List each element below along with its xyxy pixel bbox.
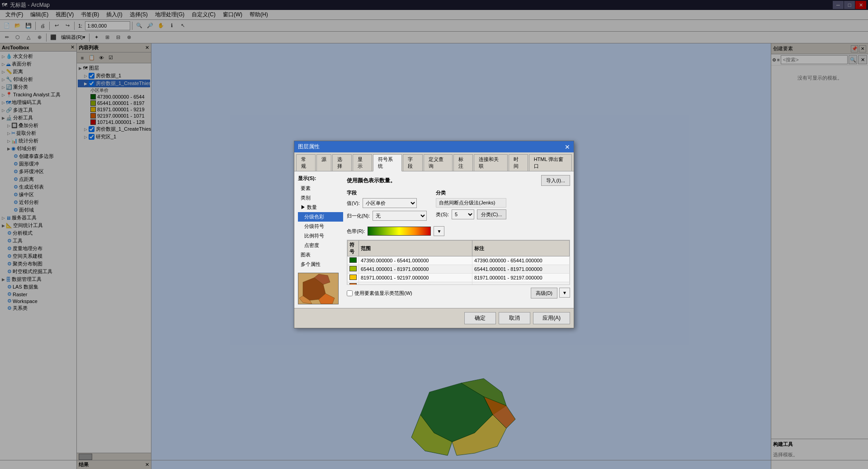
symbol-cell-3 [348, 282, 359, 285]
label-input-1[interactable] [474, 266, 567, 272]
swatch-0 [349, 257, 357, 263]
header-text: 使用颜色表示数量。 [347, 177, 396, 185]
tab-display[interactable]: 显示 [353, 154, 372, 171]
range-cell-1: 65441.000001 - 81971.000000 [359, 265, 472, 274]
advanced-area: 高级(D) ▼ [531, 288, 570, 298]
col-range: 范围 [359, 241, 472, 256]
dialog-close-btn[interactable]: ✕ [565, 143, 570, 151]
class-label: 分类 [436, 189, 506, 196]
checkbox-row: 使用要素值显示类范围(W) [347, 290, 412, 297]
symbol-cell-2 [348, 274, 359, 282]
label-cell-0[interactable] [472, 256, 570, 265]
preview-area [298, 273, 343, 304]
normalize-row: 归一化(N): 无 [347, 211, 427, 221]
menu-item-multiple-attribs[interactable]: 多个属性 [298, 260, 343, 269]
content-header: 使用颜色表示数量。 导入(I)... [347, 175, 570, 186]
class-count-label: 类(S): [436, 211, 449, 218]
symbol-cell-0 [348, 256, 359, 265]
color-ramp-bar[interactable] [368, 227, 431, 236]
menu-item-dot-density[interactable]: 点密度 [298, 241, 343, 250]
value-label: 值(V): [347, 200, 360, 207]
label-input-0[interactable] [474, 258, 567, 263]
tab-joins[interactable]: 连接和关联 [474, 154, 508, 171]
cancel-button[interactable]: 取消 [499, 312, 530, 324]
menu-item-quantity[interactable]: ▶ 数量 [298, 203, 343, 212]
preview-svg [298, 273, 339, 304]
class-count-row: 类(S): 5 分类(C)... [436, 209, 506, 219]
import-button[interactable]: 导入(I)... [541, 175, 570, 186]
col-label: 标注 [472, 241, 570, 256]
menu-item-feature[interactable]: 要素 [298, 184, 343, 193]
symbology-left-menu: 显示(S): 要素 类别 ▶ 数量 分级色彩 分级符号 比例符号 点密度 图表 … [298, 175, 343, 304]
table-row-1[interactable]: 65441.000001 - 81971.000000 [348, 265, 570, 274]
label-cell-1[interactable] [472, 265, 570, 274]
tab-labels[interactable]: 标注 [453, 154, 473, 171]
range-cell-2: 81971.000001 - 92197.000000 [359, 274, 472, 282]
class-method: 自然间断点分级法(Jenks) [436, 198, 506, 208]
normalize-label: 归一化(N): [347, 213, 370, 219]
swatch-2 [349, 275, 357, 280]
tab-fields[interactable]: 字段 [403, 154, 422, 171]
label-input-2[interactable] [474, 275, 567, 280]
col-symbol: 符号 [348, 241, 359, 256]
layer-properties-dialog: 图层属性 ✕ 常规 源 选择 显示 符号系统 字段 定义查询 标注 连接和关联 … [294, 141, 574, 328]
symbology-right-content: 使用颜色表示数量。 导入(I)... 字段 值(V): 小区单价 [347, 175, 570, 304]
label-cell-2[interactable] [472, 274, 570, 282]
class-table: 符号 范围 标注 47390.000000 - 65441.000000 [347, 240, 570, 285]
confirm-button[interactable]: 确定 [464, 312, 496, 324]
swatch-1 [349, 266, 357, 271]
classify-button[interactable]: 分类(C)... [477, 209, 506, 219]
table-row-2[interactable]: 81971.000001 - 92197.000000 [348, 274, 570, 282]
normalize-select[interactable]: 无 [373, 211, 427, 221]
dialog-title: 图层属性 [298, 143, 320, 151]
tab-time[interactable]: 时间 [509, 154, 528, 171]
value-row: 值(V): 小区单价 [347, 198, 427, 208]
tab-general[interactable]: 常规 [296, 154, 316, 171]
dialog-tabs: 常规 源 选择 显示 符号系统 字段 定义查询 标注 连接和关联 时间 HTML… [294, 152, 574, 171]
color-ramp-dropdown[interactable]: ▼ [434, 226, 444, 236]
fields-section: 字段 值(V): 小区单价 归一化(N): 无 [347, 189, 427, 223]
range-cell-3: 92197.000001 - 107141.000000 [359, 282, 472, 285]
tab-selection[interactable]: 选择 [332, 154, 352, 171]
show-label: 显示(S): [298, 175, 343, 182]
field-label: 字段 [347, 189, 427, 196]
menu-item-category[interactable]: 类别 [298, 193, 343, 203]
show-range-checkbox[interactable] [347, 290, 353, 296]
modal-overlay[interactable]: 图层属性 ✕ 常规 源 选择 显示 符号系统 字段 定义查询 标注 连接和关联 … [0, 0, 868, 469]
label-input-3[interactable] [474, 284, 567, 285]
preview-map [298, 273, 339, 304]
table-row-3[interactable]: 92197.000001 - 107141.000000 [348, 282, 570, 285]
advanced-button[interactable]: 高级(D) [531, 288, 557, 298]
tab-symbology[interactable]: 符号系统 [373, 154, 402, 171]
dialog-footer: 确定 取消 应用(A) [294, 308, 574, 328]
advanced-dropdown[interactable]: ▼ [559, 288, 570, 298]
menu-item-graduated-color[interactable]: 分级色彩 [298, 212, 343, 222]
color-ramp-row: 色带(R): ▼ [347, 226, 570, 236]
range-cell-0: 47390.000000 - 65441.000000 [359, 256, 472, 265]
value-select[interactable]: 小区单价 [363, 198, 417, 208]
tab-html-popup[interactable]: HTML 弹出窗口 [529, 154, 572, 171]
swatch-3 [349, 283, 357, 285]
menu-item-proportional-symbol[interactable]: 比例符号 [298, 231, 343, 241]
checkbox-label: 使用要素值显示类范围(W) [354, 290, 412, 297]
menu-item-charts[interactable]: 图表 [298, 250, 343, 260]
dialog-body: 显示(S): 要素 类别 ▶ 数量 分级色彩 分级符号 比例符号 点密度 图表 … [294, 171, 574, 308]
class-table-container: 符号 范围 标注 47390.000000 - 65441.000000 [347, 240, 570, 285]
table-row-0[interactable]: 47390.000000 - 65441.000000 [348, 256, 570, 265]
class-count-select[interactable]: 5 [452, 209, 474, 219]
apply-button[interactable]: 应用(A) [533, 312, 570, 324]
tab-definition-query[interactable]: 定义查询 [424, 154, 453, 171]
color-ramp-label: 色带(R): [347, 228, 365, 235]
symbol-cell-1 [348, 265, 359, 274]
field-row: 字段 值(V): 小区单价 归一化(N): 无 [347, 189, 570, 223]
dialog-title-bar: 图层属性 ✕ [294, 141, 574, 152]
label-cell-3[interactable] [472, 282, 570, 285]
classification-section: 分类 自然间断点分级法(Jenks) 类(S): 5 分类(C)... [436, 189, 506, 223]
dialog-bottom-row: 使用要素值显示类范围(W) 高级(D) ▼ [347, 288, 570, 298]
menu-item-graduated-symbol[interactable]: 分级符号 [298, 222, 343, 231]
tab-source[interactable]: 源 [316, 154, 331, 171]
